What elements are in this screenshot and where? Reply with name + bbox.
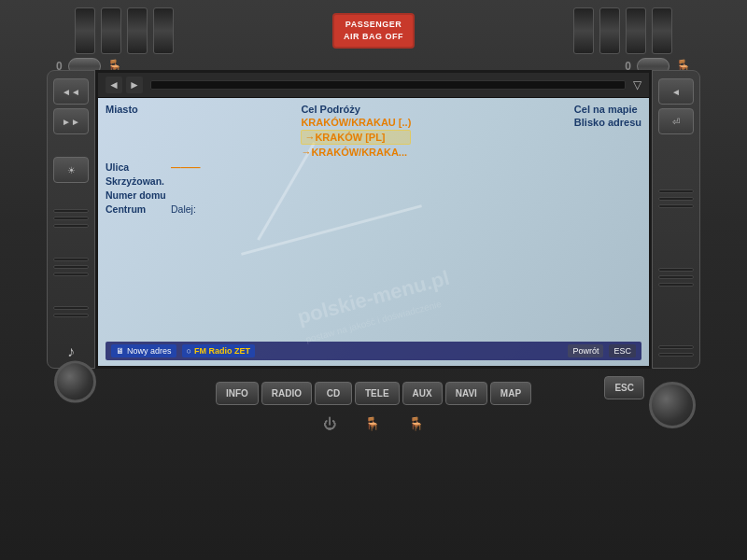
right-next-icon: ⏎ xyxy=(672,117,680,127)
ulica-row: Ulica ——— xyxy=(106,161,641,173)
cel-podrozy-label: Cel Podróży xyxy=(301,104,411,115)
vent-slot xyxy=(652,7,672,54)
next-icon: ►► xyxy=(62,117,80,127)
numer-domu-label: Numer domu xyxy=(106,189,171,201)
dalej-label: Dalej: xyxy=(171,203,196,215)
map-button[interactable]: MAP xyxy=(490,382,531,405)
slot-line xyxy=(658,353,694,357)
slot-line xyxy=(53,258,89,261)
new-address-icon: 🖥 xyxy=(116,346,124,356)
right-vent-group xyxy=(573,7,672,54)
skrzyzowan-row: Skrzyżowan. xyxy=(106,175,641,187)
cel-na-mapie-label: Cel na mapie xyxy=(574,104,641,115)
brightness-button[interactable]: ☀ xyxy=(53,157,89,183)
airbag-line2: AIR BAG OFF xyxy=(344,31,403,43)
next-track-button[interactable]: ► xyxy=(126,77,143,93)
radio-label: FM Radio ZET xyxy=(194,346,250,356)
slot-line xyxy=(53,306,89,310)
cel-value-2[interactable]: →KRAKÓW [PL] xyxy=(301,130,411,145)
brightness-icon: ☀ xyxy=(67,165,76,175)
slot-line xyxy=(53,209,89,213)
music-icon: ♪ xyxy=(53,343,89,360)
tele-button[interactable]: TELE xyxy=(355,382,400,405)
nav-col-miasto: Miasto xyxy=(106,104,138,158)
skrzyzowan-label: Skrzyżowan. xyxy=(106,175,171,187)
back-button[interactable]: Powrót xyxy=(568,344,603,357)
slot-line xyxy=(53,224,89,228)
vent-slot xyxy=(75,7,95,54)
eject-button[interactable]: ▽ xyxy=(633,78,641,91)
ulica-value: ——— xyxy=(171,161,201,173)
vent-slot xyxy=(573,7,594,54)
top-vents: PASSENGER AIR BAG OFF xyxy=(0,0,747,54)
bottom-section: INFO RADIO CD TELE AUX NAVI MAP ESC ⏻ 🪑 … xyxy=(0,369,747,471)
slot-line xyxy=(53,314,89,317)
navi-button[interactable]: NAVI xyxy=(445,382,487,405)
slot-line xyxy=(53,273,89,276)
cd-slot[interactable] xyxy=(150,80,626,90)
miasto-label: Miasto xyxy=(106,104,138,115)
nav-footer: 🖥 Nowy adres ○ FM Radio ZET Powrót ESC xyxy=(106,342,641,360)
header-section: PASSENGER AIR BAG OFF 0 🪑 0 🪑 xyxy=(0,0,747,70)
vent-slot xyxy=(127,7,148,54)
footer-esc-button[interactable]: ESC xyxy=(609,344,636,357)
prev-track-button[interactable]: ◄ xyxy=(106,77,122,93)
esc-button[interactable]: ESC xyxy=(604,376,644,399)
nav-buttons: ◄ ► xyxy=(106,77,143,93)
power-icon: ⏻ xyxy=(323,416,336,431)
slot-line xyxy=(658,197,694,201)
right-slots-3 xyxy=(658,342,694,360)
slot-line xyxy=(53,265,89,269)
seat-bottom-icon: 🪑 xyxy=(364,416,380,431)
blisko-adresu-label[interactable]: Blisko adresu xyxy=(574,117,641,128)
left-vent-group xyxy=(75,7,174,54)
volume-knob-left[interactable] xyxy=(54,361,96,403)
numer-domu-row: Numer domu xyxy=(106,189,641,201)
radio-icon: ○ xyxy=(187,346,191,356)
screen-wrapper: ◄ ► ▽ Miasto xyxy=(95,70,652,369)
right-slots-2 xyxy=(658,264,694,290)
slot-line xyxy=(658,283,694,287)
right-prev-icon: ◄ xyxy=(671,87,681,97)
cd-button[interactable]: CD xyxy=(315,382,352,405)
main-unit: ◄◄ ►► ☀ ♪ xyxy=(0,70,747,369)
centrum-row: Centrum Dalej: xyxy=(106,203,641,215)
prev-icon: ◄◄ xyxy=(62,87,80,97)
nav-col-cel: Cel Podróży KRAKÓW/KRAKAU [..) →KRAKÓW [… xyxy=(301,104,411,158)
info-button[interactable]: INFO xyxy=(216,382,259,405)
airbag-line1: PASSENGER xyxy=(344,19,403,31)
slot-line xyxy=(658,275,694,279)
new-address-button[interactable]: 🖥 Nowy adres xyxy=(111,344,176,357)
screen-top-bar: ◄ ► ▽ xyxy=(98,73,649,98)
seat-bottom-icon-2: 🪑 xyxy=(408,416,424,431)
volume-knob-right[interactable] xyxy=(649,382,696,428)
left-slots xyxy=(53,205,89,231)
left-slots-3 xyxy=(53,302,89,321)
right-prev-button[interactable]: ◄ xyxy=(658,78,694,105)
centrum-label: Centrum xyxy=(106,203,171,215)
left-top-buttons: ◄◄ ►► xyxy=(53,78,89,134)
slot-line xyxy=(658,204,694,208)
ulica-label: Ulica xyxy=(106,161,171,173)
radio-main-button[interactable]: RADIO xyxy=(261,382,312,405)
next-button[interactable]: ►► xyxy=(53,108,89,134)
new-address-label: Nowy adres xyxy=(127,346,172,356)
dashboard: PASSENGER AIR BAG OFF 0 🪑 0 🪑 xyxy=(0,0,747,560)
slot-line xyxy=(658,189,694,193)
radio-button[interactable]: ○ FM Radio ZET xyxy=(182,344,255,357)
right-top-buttons: ◄ ⏎ xyxy=(658,78,694,134)
right-slots xyxy=(658,186,694,212)
vent-slot xyxy=(626,7,646,54)
cel-value-3[interactable]: →KRAKÓW/KRAKA... xyxy=(301,147,411,158)
vent-slot xyxy=(599,7,620,54)
aux-button[interactable]: AUX xyxy=(402,382,443,405)
vent-slot xyxy=(101,7,121,54)
left-controls: ◄◄ ►► ☀ ♪ xyxy=(47,70,95,369)
slot-line xyxy=(53,217,89,220)
prev-button[interactable]: ◄◄ xyxy=(53,78,89,105)
right-next-button[interactable]: ⏎ xyxy=(658,108,694,134)
slot-line xyxy=(658,345,694,349)
nav-col-mapa: Cel na mapie Blisko adresu xyxy=(574,104,641,158)
cel-value-1[interactable]: KRAKÓW/KRAKAU [..) xyxy=(301,117,411,128)
vent-slot xyxy=(153,7,174,54)
